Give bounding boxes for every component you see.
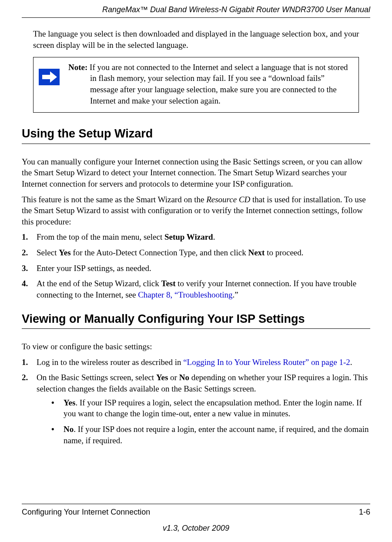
section2-bullets: Yes. If your ISP requires a login, selec…	[37, 397, 370, 446]
section1-title: Using the Setup Wizard	[22, 126, 370, 144]
note-body: If you are not connected to the Internet…	[87, 63, 348, 105]
section1-para1: You can manually configure your Internet…	[22, 156, 370, 190]
page-footer: Configuring Your Internet Connection 1-6…	[22, 504, 370, 533]
resource-cd-em: Resource CD	[206, 195, 250, 204]
s2-step-2: 2. On the Basic Settings screen, select …	[22, 372, 370, 446]
intro-para: The language you select is then download…	[33, 28, 370, 50]
bullet-no: No. If your ISP does not require a login…	[37, 424, 370, 446]
step-2: 2. Select Yes for the Auto-Detect Connec…	[22, 247, 370, 258]
note-text: Note: If you are not connected to the In…	[88, 62, 353, 107]
header-title: RangeMax™ Dual Band Wireless-N Gigabit R…	[102, 5, 370, 14]
step-3: 3. Enter your ISP settings, as needed.	[22, 263, 370, 274]
section2-title: Viewing or Manually Configuring Your ISP…	[22, 311, 370, 329]
section1-para2: This feature is not the same as the Smar…	[22, 194, 370, 228]
page-header: RangeMax™ Dual Band Wireless-N Gigabit R…	[22, 4, 370, 18]
link-logging-in[interactable]: “Logging In to Your Wireless Router” on …	[183, 358, 350, 367]
footer-version: v1.3, October 2009	[22, 523, 370, 533]
bullet-yes: Yes. If your ISP requires a login, selec…	[37, 397, 370, 419]
link-chapter8[interactable]: Chapter 8, “Troubleshooting	[138, 290, 232, 299]
section2-para1: To view or configure the basic settings:	[22, 341, 370, 352]
footer-page-number: 1-6	[359, 507, 370, 517]
step-4: 4. At the end of the Setup Wizard, click…	[22, 278, 370, 300]
section1-steps: 1. From the top of the main menu, select…	[22, 231, 370, 300]
footer-left: Configuring Your Internet Connection	[22, 507, 150, 517]
note-label: Note:	[68, 63, 87, 72]
s2-step-1: 1. Log in to the wireless router as desc…	[22, 357, 370, 368]
note-box: Note: If you are not connected to the In…	[33, 57, 359, 113]
section2-steps: 1. Log in to the wireless router as desc…	[22, 357, 370, 446]
step-1: 1. From the top of the main menu, select…	[22, 231, 370, 243]
note-arrow-icon	[39, 69, 60, 85]
